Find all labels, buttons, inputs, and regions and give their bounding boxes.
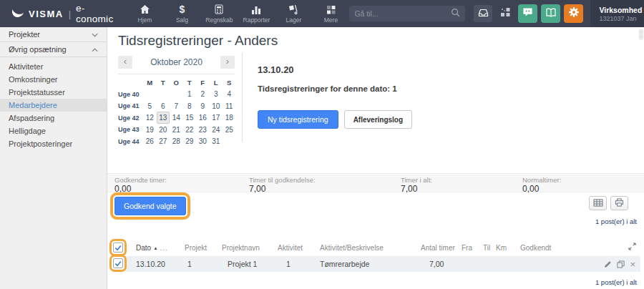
week-label: Uge 44 <box>118 138 143 145</box>
calendar-day[interactable]: 12 <box>143 112 157 123</box>
calendar-day[interactable]: 22 <box>183 124 197 135</box>
sidebar-section-projekter[interactable]: Projekter <box>0 27 107 42</box>
calendar-grid: M T O T F L S Uge 40 1 2 3 4 Uge 41 5 6 … <box>118 77 242 147</box>
delivery-log-button[interactable]: Afleveringslog <box>344 110 412 129</box>
calendar-day[interactable]: 18 <box>223 112 236 123</box>
column-header-km[interactable]: Km <box>496 244 507 252</box>
calendar-day[interactable]: 19 <box>143 124 157 135</box>
search-input[interactable] <box>354 9 451 18</box>
nav-item-mere[interactable]: Mere <box>314 0 347 27</box>
sidebar-item-projektstatusser[interactable]: Projektstatusser <box>0 86 107 99</box>
nav-label: Regnskab <box>205 16 233 24</box>
sidebar-item-aktiviteter[interactable]: Aktiviteter <box>0 60 107 73</box>
calendar-day[interactable]: 23 <box>196 124 210 135</box>
column-header-dato[interactable]: Dato ▲ ... <box>136 244 168 252</box>
main-nav: Hjem $ Salg Regnskab Rapporter <box>126 0 349 27</box>
calendar-day[interactable]: 31 <box>210 136 223 147</box>
column-menu-icon[interactable]: ... <box>160 244 168 252</box>
calendar-day[interactable]: 7 <box>170 101 183 112</box>
row-actions: × <box>604 258 635 271</box>
print-button[interactable] <box>610 196 628 210</box>
brand-logo[interactable]: VISMA | e-conomic <box>0 3 123 24</box>
calendar-day[interactable]: 17 <box>210 112 223 123</box>
calendar-day[interactable]: 2 <box>196 89 210 99</box>
nav-item-regnskab[interactable]: Regnskab <box>203 0 235 27</box>
calculator-icon <box>215 4 223 15</box>
nav-item-hjem[interactable]: Hjem <box>128 0 161 27</box>
select-all-checkbox[interactable] <box>113 243 123 253</box>
sidebar-item-projektposteringer[interactable]: Projektposteringer <box>0 137 107 150</box>
calendar-day[interactable]: 26 <box>143 136 157 147</box>
cell-dato: 13.10.20 <box>136 260 165 268</box>
sidebar-items: Aktiviteter Omkostninger Projektstatusse… <box>0 57 107 150</box>
inbox-button[interactable] <box>474 5 492 22</box>
expand-table-button[interactable] <box>625 241 638 253</box>
column-header-til[interactable]: Til <box>483 244 490 252</box>
settings-button[interactable] <box>564 4 583 23</box>
calendar-day[interactable]: 15 <box>183 112 197 123</box>
calendar-day[interactable]: 11 <box>223 101 236 112</box>
calendar-day[interactable]: 25 <box>223 124 236 135</box>
calendar-day[interactable]: 30 <box>196 136 210 147</box>
week-label: Uge 40 <box>118 91 143 98</box>
column-header-projektnavn[interactable]: Projektnavn <box>222 244 260 252</box>
calendar-day[interactable]: 10 <box>210 101 223 112</box>
global-search[interactable] <box>349 6 465 21</box>
week-label: Uge 41 <box>118 102 143 109</box>
calendar-day[interactable]: 21 <box>170 124 183 135</box>
help-book-button[interactable] <box>541 4 560 23</box>
approve-selected-button[interactable]: Godkend valgte <box>114 197 186 215</box>
company-switcher[interactable]: Virksomhed A/S 1321037 Jan <box>590 0 644 27</box>
summary-value: 0,00 <box>114 184 167 194</box>
column-header-godkendt[interactable]: Godkendt <box>520 244 551 252</box>
page-title: Tidsregistreringer - Anders <box>118 33 278 49</box>
day-header: S <box>223 79 236 87</box>
chat-button[interactable] <box>518 4 537 23</box>
new-registration-button[interactable]: Ny tidsregistrering <box>258 110 338 129</box>
copy-button[interactable] <box>617 258 625 271</box>
calendar-day[interactable]: 14 <box>170 112 183 123</box>
nav-item-salg[interactable]: $ Salg <box>165 0 198 27</box>
column-header-beskrivelse[interactable]: Aktivitet/Beskrivelse <box>320 244 384 252</box>
nav-item-lager[interactable]: Lager <box>277 0 310 27</box>
calendar-next-button[interactable]: › <box>220 56 235 69</box>
column-header-aktivitet[interactable]: Aktivitet <box>278 244 303 252</box>
apps-icon <box>500 7 511 21</box>
table-row[interactable]: 13.10.20 1 Projekt 1 1 Tømrerarbejde 7,0… <box>107 256 644 272</box>
scrollbar-thumb[interactable] <box>639 29 643 40</box>
column-header-antal-timer[interactable]: Antal timer <box>421 244 455 252</box>
calendar-day-selected[interactable]: 13 <box>157 112 170 124</box>
calendar-day[interactable]: 5 <box>143 101 157 112</box>
apps-button[interactable] <box>496 5 514 22</box>
sidebar-item-helligdage[interactable]: Helligdage <box>0 124 107 137</box>
section-label: Øvrig opsætning <box>9 45 67 54</box>
calendar-day[interactable]: 3 <box>210 89 223 99</box>
calendar-day[interactable]: 9 <box>196 101 210 112</box>
nav-item-rapporter[interactable]: Rapporter <box>240 0 273 27</box>
edit-button[interactable] <box>604 258 612 271</box>
calendar-day[interactable]: 1 <box>183 89 197 99</box>
column-header-fra[interactable]: Fra <box>462 244 472 252</box>
sidebar-section-ovrig-opsaetning[interactable]: Øvrig opsætning <box>0 42 107 57</box>
column-header-projekt[interactable]: Projekt <box>185 244 207 252</box>
nav-label: Salg <box>176 16 188 24</box>
delete-button[interactable]: × <box>630 260 635 269</box>
calendar-day[interactable]: 28 <box>170 136 183 147</box>
calendar-day[interactable]: 16 <box>196 112 210 123</box>
sidebar-item-medarbejdere[interactable]: Medarbejdere <box>0 99 107 112</box>
calendar-day[interactable]: 6 <box>157 101 170 112</box>
calendar-day[interactable]: 20 <box>157 124 170 135</box>
copy-icon <box>617 258 625 271</box>
close-icon: × <box>630 260 635 269</box>
calendar-day[interactable]: 4 <box>223 89 236 99</box>
calendar-day[interactable]: 24 <box>210 124 223 135</box>
row-checkbox[interactable] <box>113 258 123 268</box>
sidebar-item-omkostninger[interactable]: Omkostninger <box>0 73 107 86</box>
calendar-prev-button[interactable]: ‹ <box>118 56 132 69</box>
calendar: ‹ Oktober 2020 › M T O T F L S Uge 40 1 … <box>114 53 243 142</box>
grid-view-button[interactable] <box>589 196 607 210</box>
calendar-day[interactable]: 27 <box>157 136 170 147</box>
calendar-day[interactable]: 29 <box>183 136 197 147</box>
calendar-day[interactable]: 8 <box>183 101 197 112</box>
sidebar-item-afspadsering[interactable]: Afspadsering <box>0 112 107 124</box>
